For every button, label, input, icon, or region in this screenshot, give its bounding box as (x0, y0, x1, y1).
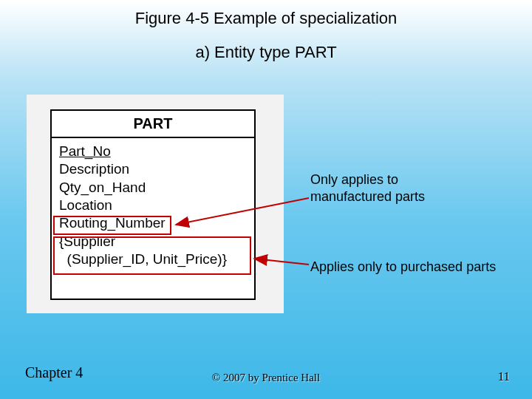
arrow-to-supplier (0, 0, 532, 399)
callout-purchased: Applies only to purchased parts (310, 259, 496, 276)
svg-line-2 (254, 259, 309, 265)
callout-line: Only applies to (310, 171, 425, 188)
footer-copyright: © 2007 by Prentice Hall (0, 372, 532, 384)
slide: Figure 4-5 Example of specialization a) … (0, 0, 532, 399)
callout-manufactured: Only applies to manufactured parts (310, 171, 425, 205)
footer-page-number: 11 (498, 369, 510, 384)
callout-line: manufactured parts (310, 188, 425, 205)
